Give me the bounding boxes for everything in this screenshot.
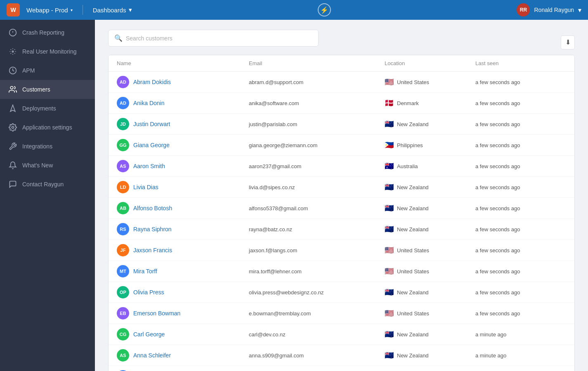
table-row[interactable]: JF Jaxson Francis jaxson.f@langs.com 🇺🇸 … xyxy=(109,240,574,261)
sidebar-item-customers[interactable]: Customers xyxy=(0,80,95,99)
nav-center: ⚡ xyxy=(139,3,510,16)
email-cell: abram.d@support.com xyxy=(249,79,385,85)
last-seen: a few seconds ago xyxy=(475,289,566,296)
flag-icon: 🇳🇿 xyxy=(385,225,394,234)
country-name: Philippines xyxy=(397,142,423,148)
flag-icon: 🇳🇿 xyxy=(385,288,394,297)
flag-icon: 🇺🇸 xyxy=(385,77,394,87)
country-name: New Zealand xyxy=(397,226,429,232)
customer-name: Jaxson Francis xyxy=(133,247,172,254)
avatar: GG xyxy=(117,139,129,151)
sidebar-item-whats-new[interactable]: What's New xyxy=(0,156,95,175)
country-name: United States xyxy=(397,247,429,254)
sidebar: Crash Reporting Real User Monitoring APM… xyxy=(0,20,95,371)
customer-name: Aaron Smith xyxy=(133,163,165,169)
table-row[interactable]: RS Rayna Siphron rayna@batz.co.nz 🇳🇿 New… xyxy=(109,219,574,240)
customer-cell: RS Rayna Siphron xyxy=(117,223,249,235)
customer-cell: CG Carl George xyxy=(117,328,249,340)
location-cell: 🇳🇿 New Zealand xyxy=(385,351,475,360)
dashboards-menu[interactable]: Dashboards ▾ xyxy=(93,6,132,14)
table-body: AD Abram Dokidis abram.d@support.com 🇺🇸 … xyxy=(109,72,574,371)
user-menu[interactable]: RR Ronald Raygun ▾ xyxy=(517,3,581,16)
country-name: Denmark xyxy=(397,100,419,106)
email-cell: livia.d@sipes.co.nz xyxy=(249,184,385,190)
lightning-button[interactable]: ⚡ xyxy=(318,3,331,16)
sidebar-item-integrations[interactable]: Integrations xyxy=(0,137,95,156)
flag-icon: 🇳🇿 xyxy=(385,204,394,213)
download-button[interactable]: ⬇ xyxy=(561,35,575,49)
table-row[interactable]: AD Abram Dokidis abram.d@support.com 🇺🇸 … xyxy=(109,72,574,93)
sidebar-item-crash-reporting[interactable]: Crash Reporting xyxy=(0,23,95,42)
location-cell: 🇺🇸 United States xyxy=(385,267,475,276)
table-row[interactable]: AS Anna Schleifer anna.s909@gmail.com 🇳🇿… xyxy=(109,345,574,366)
location-cell: 🇳🇿 New Zealand xyxy=(385,330,475,339)
table-row[interactable]: AD Anika Donin anika@software.com 🇩🇰 Den… xyxy=(109,93,574,114)
table-row[interactable]: EV Erin Vaccaro erin.vac@equiip.co.nz 🇳🇿… xyxy=(109,366,574,371)
sidebar-label-crash-reporting: Crash Reporting xyxy=(22,29,64,36)
whats-new-icon xyxy=(8,161,17,170)
sidebar-item-real-user-monitoring[interactable]: Real User Monitoring xyxy=(0,42,95,61)
last-seen: a few seconds ago xyxy=(475,184,566,190)
customer-name: Anika Donin xyxy=(133,100,165,106)
sidebar-item-contact-raygun[interactable]: Contact Raygun xyxy=(0,175,95,194)
customer-cell: GG Giana George xyxy=(117,139,249,151)
last-seen: a few seconds ago xyxy=(475,205,566,211)
customer-cell: JF Jaxson Francis xyxy=(117,244,249,256)
country-name: New Zealand xyxy=(397,331,429,338)
last-seen: a few seconds ago xyxy=(475,163,566,169)
table-row[interactable]: JD Justin Dorwart justin@parislab.com 🇳🇿… xyxy=(109,114,574,135)
search-input[interactable] xyxy=(126,35,312,42)
table-row[interactable]: AS Aaron Smith aaron237@gmail.com 🇦🇺 Aus… xyxy=(109,156,574,177)
sidebar-label-real-user-monitoring: Real User Monitoring xyxy=(22,48,77,55)
flag-icon: 🇺🇸 xyxy=(385,246,394,255)
table-row[interactable]: EB Emerson Bowman e.bowman@tremblay.com … xyxy=(109,303,574,324)
customers-table: NameEmailLocationLast seen AD Abram Doki… xyxy=(108,55,575,371)
country-name: New Zealand xyxy=(397,289,429,296)
last-seen: a few seconds ago xyxy=(475,247,566,254)
location-cell: 🇺🇸 United States xyxy=(385,77,475,87)
customer-name: Giana George xyxy=(133,142,170,148)
integrations-icon xyxy=(8,142,17,151)
sidebar-label-customers: Customers xyxy=(22,86,50,93)
apm-icon xyxy=(8,66,17,75)
sidebar-label-deployments: Deployments xyxy=(22,105,56,112)
email-cell: giana.george@ziemann.com xyxy=(249,142,385,148)
email-cell: e.bowman@tremblay.com xyxy=(249,310,385,317)
email-cell: carl@dev.co.nz xyxy=(249,331,385,338)
table-header: NameEmailLocationLast seen xyxy=(109,55,574,72)
search-bar[interactable]: 🔍 xyxy=(108,30,319,47)
table-row[interactable]: OP Olivia Press olivia.press@webdesignz.… xyxy=(109,282,574,303)
avatar: AB xyxy=(117,202,129,214)
app-switcher[interactable]: Webapp - Prod ▾ xyxy=(26,7,73,14)
sidebar-item-apm[interactable]: APM xyxy=(0,61,95,80)
svg-marker-6 xyxy=(10,105,15,112)
flag-icon: 🇳🇿 xyxy=(385,183,394,192)
table-row[interactable]: CG Carl George carl@dev.co.nz 🇳🇿 New Zea… xyxy=(109,324,574,345)
table-row[interactable]: GG Giana George giana.george@ziemann.com… xyxy=(109,135,574,156)
last-seen: a few seconds ago xyxy=(475,310,566,317)
table-row[interactable]: MT Mira Torff mira.torff@lehner.com 🇺🇸 U… xyxy=(109,261,574,282)
flag-icon: 🇳🇿 xyxy=(385,351,394,360)
dashboards-chevron: ▾ xyxy=(129,6,132,14)
location-cell: 🇩🇰 Denmark xyxy=(385,99,475,108)
email-cell: rayna@batz.co.nz xyxy=(249,226,385,232)
flag-icon: 🇳🇿 xyxy=(385,120,394,129)
sidebar-item-deployments[interactable]: Deployments xyxy=(0,99,95,118)
customer-cell: AB Alfonso Botosh xyxy=(117,202,249,214)
location-cell: 🇳🇿 New Zealand xyxy=(385,204,475,213)
sidebar-label-integrations: Integrations xyxy=(22,143,52,150)
country-name: New Zealand xyxy=(397,205,429,211)
email-cell: aaron237@gmail.com xyxy=(249,163,385,169)
table-row[interactable]: LD Livia Dias livia.d@sipes.co.nz 🇳🇿 New… xyxy=(109,177,574,198)
customer-cell: LD Livia Dias xyxy=(117,181,249,193)
avatar: JF xyxy=(117,244,129,256)
email-cell: justin@parislab.com xyxy=(249,121,385,127)
sidebar-item-application-settings[interactable]: Application settings xyxy=(0,118,95,137)
location-cell: 🇳🇿 New Zealand xyxy=(385,288,475,297)
location-cell: 🇦🇺 Australia xyxy=(385,162,475,171)
table-row[interactable]: AB Alfonso Botosh alfonso5378@gmail.com … xyxy=(109,198,574,219)
sidebar-label-contact-raygun: Contact Raygun xyxy=(22,181,64,188)
country-name: United States xyxy=(397,310,429,317)
flag-icon: 🇩🇰 xyxy=(385,99,394,108)
customer-cell: EB Emerson Bowman xyxy=(117,307,249,319)
